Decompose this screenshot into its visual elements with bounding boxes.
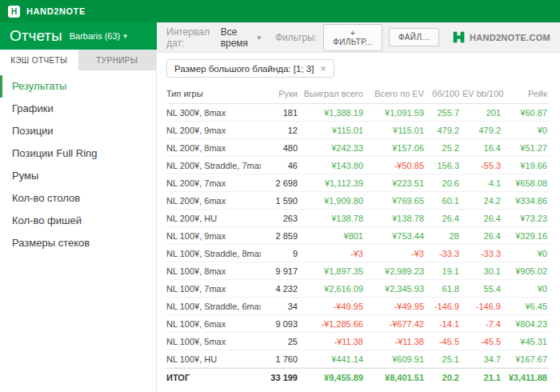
- sidebar-item-positions[interactable]: Позиции: [0, 120, 156, 142]
- add-filter-button[interactable]: + ФИЛЬТР...: [323, 24, 382, 51]
- game-type-cell: NL 200¥, Straddle, 7max: [166, 161, 261, 170]
- value-cell: ¥138.78: [363, 214, 424, 223]
- hand2note-com-text: HAND2NOTE.COM: [470, 33, 550, 42]
- value-cell: ¥157.06: [363, 143, 424, 153]
- close-icon[interactable]: ×: [320, 63, 326, 74]
- brand-name: HAND2NOTE: [26, 6, 86, 16]
- game-type-cell: NL 100¥, 5max: [166, 337, 261, 346]
- report-tabs: КЭШ ОТЧЕТЫ ТУРНИРЫ: [0, 50, 157, 70]
- value-cell: ¥1,388.19: [298, 108, 363, 118]
- table-total-row[interactable]: ИТОГ33 199¥9,455.89¥8,401.5120.221.1¥3,4…: [166, 368, 549, 386]
- account-selector[interactable]: Barbaris (63) ▾: [70, 31, 127, 41]
- column-header-total-ev[interactable]: Всего по EV: [363, 89, 424, 98]
- column-header-won-total[interactable]: Выиграл всего: [298, 89, 363, 98]
- chevron-down-icon: ▾: [257, 34, 261, 42]
- table-row[interactable]: NL 100¥, 5max25-¥11.38-¥11.38-45.5-45.5¥…: [166, 333, 549, 350]
- value-cell: -¥49.95: [298, 302, 363, 311]
- sidebar-item-table-count[interactable]: Кол-во столов: [0, 187, 156, 210]
- table-row[interactable]: NL 100¥, 8max9 917¥1,897.35¥2,989.2319.1…: [166, 262, 549, 280]
- column-header-game-type[interactable]: Тип игры: [166, 89, 261, 98]
- value-cell: -45.5: [459, 337, 501, 346]
- value-cell: -¥50.85: [363, 161, 424, 170]
- table-row[interactable]: NL 100¥, 7max4 232¥2,616.09¥2,345.9361.8…: [166, 280, 549, 298]
- value-cell: 479.2: [459, 126, 501, 135]
- sidebar-item-graphs[interactable]: Графики: [0, 98, 156, 120]
- value-cell: ¥334.86: [501, 196, 547, 206]
- app-body: Отчеты Barbaris (63) ▾ КЭШ ОТЧЕТЫ ТУРНИР…: [0, 22, 560, 392]
- value-cell: ¥60.87: [501, 108, 547, 118]
- date-interval-select[interactable]: Все время ▾: [221, 26, 261, 49]
- game-type-cell: NL 100¥, 6max: [166, 319, 261, 329]
- sidebar-item-rooms[interactable]: Румы: [0, 165, 156, 187]
- hands-cell: 480: [261, 143, 298, 153]
- game-type-cell: NL 200¥, 9max: [166, 126, 261, 135]
- filter-chip-big-blind-size[interactable]: Размер большого блайнда: [1; 3] ×: [166, 59, 334, 78]
- table-row[interactable]: NL 300¥, 8max181¥1,388.19¥1,091.59255.72…: [166, 104, 549, 122]
- table-row[interactable]: NL 200¥, HU263¥138.78¥138.7826.426.4¥73.…: [166, 210, 549, 227]
- value-cell: -¥3: [298, 249, 363, 258]
- value-cell: ¥223.51: [363, 178, 424, 188]
- hands-cell: 25: [261, 337, 298, 346]
- column-header-hands[interactable]: Руки: [261, 89, 298, 98]
- value-cell: -¥11.38: [298, 337, 363, 346]
- value-cell: ¥329.16: [501, 231, 547, 241]
- game-type-cell: NL 300¥, 8max: [166, 108, 261, 118]
- value-cell: ¥1,909.80: [298, 196, 363, 206]
- column-header-rake[interactable]: Рейк: [501, 89, 547, 98]
- table-row[interactable]: NL 100¥, 9max2 859¥801¥753.442826.4¥329.…: [166, 227, 549, 245]
- column-header-bb100[interactable]: бб/100: [424, 89, 459, 98]
- value-cell: 479.2: [424, 126, 459, 135]
- value-cell: ¥138.78: [298, 214, 363, 223]
- active-filters-row: Размер большого блайнда: [1; 3] ×: [157, 53, 560, 82]
- value-cell: ¥167.67: [501, 354, 547, 364]
- tab-tournaments[interactable]: ТУРНИРЫ: [78, 50, 157, 70]
- value-cell: 61.8: [424, 284, 459, 294]
- left-panel: Отчеты Barbaris (63) ▾ КЭШ ОТЧЕТЫ ТУРНИР…: [0, 22, 157, 392]
- results-table-body: NL 300¥, 8max181¥1,388.19¥1,091.59255.72…: [166, 104, 549, 386]
- value-cell: ¥0: [501, 126, 547, 135]
- value-cell: ¥6.45: [501, 302, 547, 311]
- table-row[interactable]: NL 200¥, 9max12¥115.01¥115.01479.2479.2¥…: [166, 122, 549, 139]
- value-cell: 25.2: [424, 143, 459, 153]
- value-cell: -¥677.42: [363, 319, 424, 329]
- table-row[interactable]: NL 100¥, Straddle, 6max34-¥49.95-¥49.95-…: [166, 298, 549, 315]
- hands-cell: 9 093: [261, 319, 298, 329]
- value-cell: 4.1: [459, 178, 501, 188]
- sidebar-item-chip-count[interactable]: Кол-во фишей: [0, 210, 156, 232]
- game-type-cell: NL 200¥, 8max: [166, 143, 261, 153]
- toolbar: Интервал дат: Все время ▾ Фильтры: + ФИЛ…: [157, 22, 560, 53]
- table-row[interactable]: NL 200¥, 7max2 698¥1,112.39¥223.5120.64.…: [166, 174, 549, 192]
- value-cell: ¥0: [501, 284, 547, 294]
- table-row[interactable]: NL 200¥, Straddle, 7max46¥143.80-¥50.851…: [166, 157, 549, 174]
- value-cell: ¥0: [501, 249, 547, 258]
- sidebar-item-positions-full-ring[interactable]: Позиции Full Ring: [0, 142, 156, 165]
- tab-cash-reports[interactable]: КЭШ ОТЧЕТЫ: [0, 50, 78, 70]
- game-type-cell: ИТОГ: [166, 373, 261, 382]
- account-name: Barbaris (63): [70, 31, 121, 41]
- file-button[interactable]: ФАЙЛ...: [389, 28, 439, 46]
- hands-cell: 34: [261, 302, 298, 311]
- value-cell: ¥242.33: [298, 143, 363, 153]
- hand2note-logo-icon[interactable]: H: [8, 6, 20, 18]
- value-cell: -¥49.95: [363, 302, 424, 311]
- table-row[interactable]: NL 100¥, Straddle, 8max9-¥3-¥3-33.3-33.3…: [166, 245, 549, 262]
- value-cell: ¥51.27: [501, 143, 547, 153]
- value-cell: -33.3: [424, 249, 459, 258]
- table-row[interactable]: NL 100¥, 6max9 093-¥1,285.66-¥677.42-14.…: [166, 315, 549, 333]
- sidebar-item-results[interactable]: Результаты: [0, 75, 156, 98]
- table-row[interactable]: NL 200¥, 6max1 590¥1,909.80¥769.6560.124…: [166, 192, 549, 210]
- value-cell: -146.9: [459, 302, 501, 311]
- column-header-ev-bb100[interactable]: EV bb/100: [459, 89, 501, 98]
- hands-cell: 1 760: [261, 354, 298, 364]
- table-row[interactable]: NL 100¥, HU1 760¥441.14¥609.9125.134.7¥1…: [166, 350, 549, 368]
- value-cell: ¥8,401.51: [363, 373, 424, 382]
- page-title: Отчеты: [10, 27, 62, 45]
- hands-cell: 12: [261, 126, 298, 135]
- value-cell: ¥804.23: [501, 319, 547, 329]
- sidebar-item-stack-sizes[interactable]: Размеры стеков: [0, 232, 156, 254]
- hands-cell: 181: [261, 108, 298, 118]
- table-row[interactable]: NL 200¥, 8max480¥242.33¥157.0625.216.4¥5…: [166, 139, 549, 157]
- hands-cell: 4 232: [261, 284, 298, 294]
- value-cell: 60.1: [424, 196, 459, 206]
- value-cell: ¥73.23: [501, 214, 547, 223]
